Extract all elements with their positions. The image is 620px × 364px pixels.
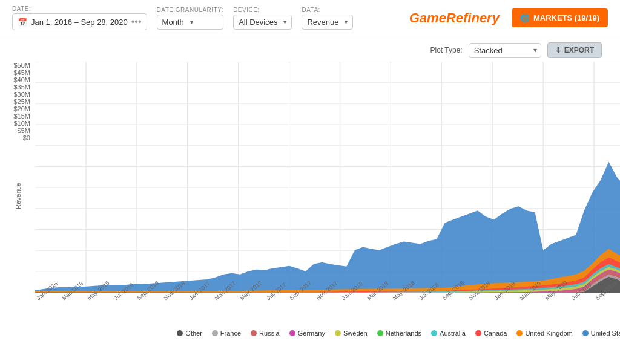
legend-dot-uk <box>516 330 523 336</box>
chart-svg <box>35 62 620 293</box>
legend-dot-netherlands <box>377 330 383 336</box>
download-icon: ⬇ <box>555 46 561 54</box>
granularity-value: Month <box>162 18 184 27</box>
granularity-filter: Date Granularity: Month ▾ <box>157 7 224 30</box>
legend-dot-other <box>177 330 183 336</box>
legend-netherlands: Netherlands <box>377 328 421 339</box>
plot-type-label: Plot Type: <box>430 46 463 54</box>
legend-sweden: Sweden <box>335 328 368 339</box>
y-axis: $50M $45M $40M $35M $30M $25M $20M $15M … <box>6 62 35 160</box>
date-filter: Date: 📅 Jan 1, 2016 – Sep 28, 2020 ••• <box>12 5 147 30</box>
chart-container: Plot Type: Stacked Line Bar ⬇ EXPORT Rev… <box>0 36 620 364</box>
legend-dot-us <box>582 330 589 336</box>
globe-icon: 🌐 <box>520 13 530 22</box>
export-button[interactable]: ⬇ EXPORT <box>547 42 602 58</box>
date-control[interactable]: 📅 Jan 1, 2016 – Sep 28, 2020 ••• <box>12 13 147 30</box>
date-label: Date: <box>12 5 147 12</box>
legend-dot-sweden <box>335 330 341 336</box>
legend-france: France <box>212 328 241 339</box>
chart-controls: Plot Type: Stacked Line Bar ⬇ EXPORT <box>6 42 608 58</box>
data-value: Revenue <box>307 18 338 27</box>
more-dots: ••• <box>131 16 142 27</box>
device-label: Device: <box>233 7 292 13</box>
legend-us: United States <box>582 328 620 339</box>
logo-refinery: Refinery <box>446 10 500 25</box>
legend-canada: Canada <box>475 328 507 339</box>
y-axis-title: Revenue <box>15 183 22 209</box>
date-value: Jan 1, 2016 – Sep 28, 2020 <box>31 18 128 27</box>
plot-type-select[interactable]: Stacked Line Bar <box>469 43 541 58</box>
markets-label: MARKETS (19/19) <box>533 13 599 22</box>
legend-uk: United Kingdom <box>516 328 572 339</box>
filter-group: Date: 📅 Jan 1, 2016 – Sep 28, 2020 ••• D… <box>12 5 409 30</box>
export-label: EXPORT <box>564 46 594 54</box>
legend-dot-france <box>212 330 218 336</box>
legend-germany: Germany <box>289 328 325 339</box>
logo-game: Game <box>409 10 446 25</box>
legend-dot-canada <box>475 330 481 336</box>
device-value: All Devices <box>239 18 277 27</box>
chart-area: Revenue $50M $45M $40M $35M $30M $25M $2… <box>6 62 608 323</box>
chart-inner: Jan. 2016 Mar. 2016 May. 2016 Jul. 2016 … <box>35 62 620 323</box>
legend: Other France Russia Germany Sweden <box>35 324 620 342</box>
data-control[interactable]: Revenue ▾ <box>302 15 353 30</box>
logo: GameRefinery <box>409 10 500 26</box>
header: Date: 📅 Jan 1, 2016 – Sep 28, 2020 ••• D… <box>0 0 620 36</box>
legend-australia: Australia <box>431 328 466 339</box>
chevron-down-icon-3: ▾ <box>345 19 348 25</box>
legend-other: Other <box>177 328 202 339</box>
plot-type-wrapper[interactable]: Stacked Line Bar <box>469 43 541 58</box>
chevron-down-icon-2: ▾ <box>283 19 286 25</box>
legend-dot-australia <box>431 330 437 336</box>
data-label: Data: <box>302 7 353 13</box>
data-filter: Data: Revenue ▾ <box>302 7 353 30</box>
calendar-icon: 📅 <box>18 18 27 27</box>
device-control[interactable]: All Devices ▾ <box>233 15 292 30</box>
legend-dot-germany <box>289 330 295 336</box>
legend-russia: Russia <box>251 328 280 339</box>
granularity-control[interactable]: Month ▾ <box>157 15 224 30</box>
legend-dot-russia <box>251 330 257 336</box>
chevron-down-icon: ▾ <box>190 19 193 25</box>
granularity-label: Date Granularity: <box>157 7 224 13</box>
x-axis-container: Jan. 2016 Mar. 2016 May. 2016 Jul. 2016 … <box>35 295 620 319</box>
markets-button[interactable]: 🌐 MARKETS (19/19) <box>512 8 608 27</box>
device-filter: Device: All Devices ▾ <box>233 7 292 30</box>
